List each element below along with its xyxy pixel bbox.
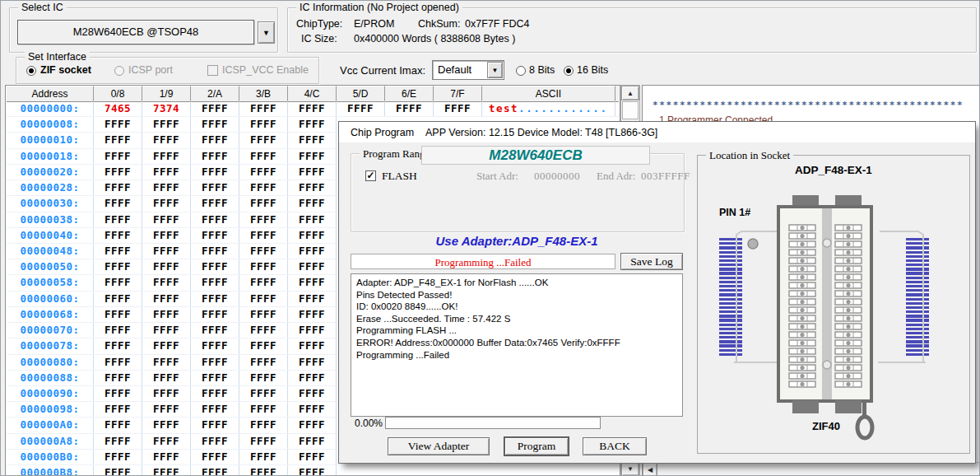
icsp-port-radio[interactable]: [114, 66, 124, 76]
hex-cell[interactable]: FFFF: [191, 307, 239, 322]
hex-cell[interactable]: 7374: [142, 101, 191, 116]
hex-cell[interactable]: FFFF: [142, 450, 191, 464]
hex-cell[interactable]: FFFF: [239, 292, 288, 306]
hex-cell[interactable]: FFFF: [94, 149, 142, 164]
hex-cell[interactable]: FFFF: [239, 402, 288, 417]
hex-cell[interactable]: FFFF: [239, 275, 288, 290]
hex-cell[interactable]: FFFF: [288, 307, 337, 322]
hex-cell[interactable]: FFFF: [239, 355, 288, 370]
scroll-up-arrow-icon[interactable]: ▲: [621, 86, 639, 100]
hex-cell[interactable]: FFFF: [94, 180, 142, 195]
hex-cell[interactable]: FFFF: [191, 386, 239, 401]
hex-cell[interactable]: FFFF: [142, 355, 191, 370]
hex-cell[interactable]: FFFF: [142, 292, 191, 306]
hex-cell[interactable]: FFFF: [288, 101, 337, 116]
hex-cell[interactable]: FFFF: [142, 275, 191, 290]
hex-cell[interactable]: FFFF: [142, 244, 191, 259]
hex-cell[interactable]: FFFF: [94, 450, 142, 464]
hex-cell[interactable]: FFFF: [142, 149, 191, 164]
ic-select-combobox[interactable]: M28W640ECB @TSOP48: [17, 20, 254, 44]
ascii-cell[interactable]: test............: [482, 101, 615, 116]
hex-cell[interactable]: FFFF: [239, 386, 288, 401]
hex-cell[interactable]: FFFF: [191, 133, 239, 147]
dialog-log-box[interactable]: Adapter: ADP_F48_EX-1 for NorFlash .....…: [351, 273, 683, 417]
hex-cell[interactable]: FFFF: [239, 196, 288, 211]
hex-cell[interactable]: FFFF: [288, 133, 337, 147]
hex-cell[interactable]: FFFF: [288, 418, 337, 432]
hex-cell[interactable]: FFFF: [94, 307, 142, 322]
view-adapter-button[interactable]: View Adapter: [388, 437, 490, 455]
hex-cell[interactable]: FFFF: [191, 244, 239, 259]
hex-cell[interactable]: FFFF: [94, 212, 142, 227]
hex-cell[interactable]: FFFF: [239, 338, 288, 353]
hex-cell[interactable]: FFFF: [142, 196, 191, 211]
hex-cell[interactable]: FFFF: [239, 101, 288, 116]
hex-cell[interactable]: FFFF: [288, 275, 337, 290]
bits16-radio[interactable]: [564, 66, 574, 76]
hex-cell[interactable]: FFFF: [142, 434, 191, 449]
hex-cell[interactable]: FFFF: [142, 323, 191, 338]
hex-cell[interactable]: FFFF: [239, 117, 288, 132]
hex-cell[interactable]: FFFF: [142, 402, 191, 417]
hex-cell[interactable]: FFFF: [191, 402, 239, 417]
hex-cell[interactable]: FFFF: [191, 434, 239, 449]
flash-checkbox[interactable]: ✓: [365, 170, 376, 181]
hex-cell[interactable]: FFFF: [288, 196, 337, 211]
hex-cell[interactable]: FFFF: [288, 386, 337, 401]
hex-cell[interactable]: FFFF: [239, 307, 288, 322]
hex-cell[interactable]: FFFF: [94, 228, 142, 243]
hex-cell[interactable]: FFFF: [288, 465, 337, 476]
hex-cell[interactable]: FFFF: [191, 149, 239, 164]
hex-cell[interactable]: FFFF: [94, 165, 142, 180]
hex-cell[interactable]: FFFF: [288, 402, 337, 417]
hex-cell[interactable]: FFFF: [288, 292, 337, 306]
hex-cell[interactable]: FFFF: [94, 355, 142, 370]
icsp-vcc-checkbox[interactable]: [207, 65, 218, 76]
ic-select-dropdown-button[interactable]: ▼: [258, 21, 275, 44]
hex-cell[interactable]: FFFF: [142, 371, 191, 385]
hex-cell[interactable]: FFFF: [94, 386, 142, 401]
hex-cell[interactable]: FFFF: [142, 386, 191, 401]
hex-cell[interactable]: FFFF: [239, 212, 288, 227]
hex-cell[interactable]: FFFF: [239, 450, 288, 464]
hex-cell[interactable]: FFFF: [191, 275, 239, 290]
hex-cell[interactable]: FFFF: [94, 244, 142, 259]
hex-cell[interactable]: FFFF: [239, 434, 288, 449]
hex-cell[interactable]: FFFF: [191, 323, 239, 338]
hex-cell[interactable]: FFFF: [142, 465, 191, 476]
hex-cell[interactable]: FFFF: [142, 259, 191, 274]
hex-cell[interactable]: FFFF: [239, 418, 288, 432]
program-button[interactable]: Program: [504, 437, 569, 455]
hex-cell[interactable]: FFFF: [191, 371, 239, 385]
hex-cell[interactable]: FFFF: [288, 338, 337, 353]
hex-cell[interactable]: 7465: [94, 101, 142, 116]
hex-cell[interactable]: FFFF: [94, 402, 142, 417]
hex-cell[interactable]: FFFF: [191, 101, 239, 116]
hex-cell[interactable]: FFFF: [288, 434, 337, 449]
hex-cell[interactable]: FFFF: [239, 165, 288, 180]
back-button[interactable]: BACK: [583, 437, 647, 455]
hex-cell[interactable]: FFFF: [191, 418, 239, 432]
hex-cell[interactable]: FFFF: [142, 180, 191, 195]
hex-cell[interactable]: FFFF: [94, 275, 142, 290]
hex-cell[interactable]: FFFF: [191, 117, 239, 132]
hex-cell[interactable]: FFFF: [191, 228, 239, 243]
hex-cell[interactable]: FFFF: [94, 117, 142, 132]
hex-cell[interactable]: FFFF: [288, 180, 337, 195]
hex-cell[interactable]: FFFF: [94, 259, 142, 274]
hex-cell[interactable]: FFFF: [142, 228, 191, 243]
hex-cell[interactable]: FFFF: [191, 292, 239, 306]
hex-cell[interactable]: FFFF: [288, 450, 337, 464]
hex-cell[interactable]: FFFF: [288, 149, 337, 164]
vcc-imax-combobox[interactable]: Default ▼: [432, 60, 504, 80]
hex-cell[interactable]: FFFF: [239, 371, 288, 385]
hex-cell[interactable]: FFFF: [94, 196, 142, 211]
bits8-radio[interactable]: [516, 66, 526, 76]
hex-cell[interactable]: FFFF: [142, 212, 191, 227]
hex-cell[interactable]: FFFF: [191, 259, 239, 274]
hex-cell[interactable]: FFFF: [191, 465, 239, 476]
hex-cell[interactable]: FFFF: [239, 244, 288, 259]
hex-cell[interactable]: FFFF: [94, 434, 142, 449]
hex-cell[interactable]: FFFF: [191, 355, 239, 370]
hex-cell[interactable]: FFFF: [288, 165, 337, 180]
